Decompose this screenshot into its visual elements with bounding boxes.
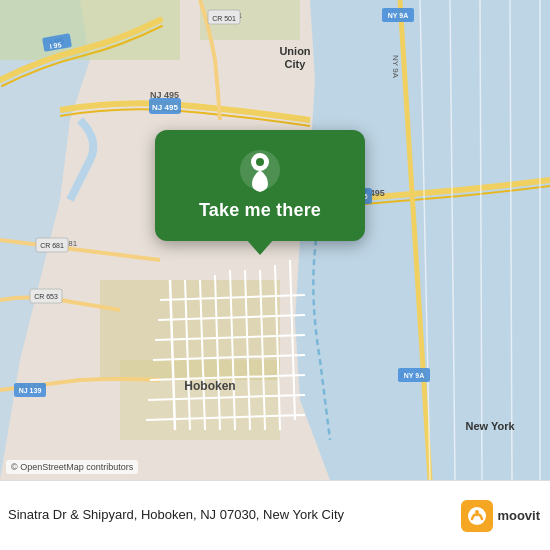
address-block: Sinatra Dr & Shipyard, Hoboken, NJ 07030… xyxy=(8,506,453,524)
moovit-text-label: moovit xyxy=(497,508,540,523)
address-line: Sinatra Dr & Shipyard, Hoboken, NJ 07030… xyxy=(8,506,453,524)
svg-text:CR 653: CR 653 xyxy=(34,293,58,300)
map-container: I 95 NJ 495 CR 501 CR 681 CR 653 NJ 139 … xyxy=(0,0,550,480)
osm-credit-map: © OpenStreetMap contributors xyxy=(6,460,138,474)
svg-text:CR 501: CR 501 xyxy=(212,15,236,22)
svg-text:NY 9A: NY 9A xyxy=(404,372,425,379)
svg-text:NJ 139: NJ 139 xyxy=(19,387,42,394)
svg-text:NJ 495: NJ 495 xyxy=(152,103,178,112)
take-me-there-button[interactable]: Take me there xyxy=(199,200,321,221)
svg-text:NY 9A: NY 9A xyxy=(388,12,409,19)
svg-text:CR 681: CR 681 xyxy=(40,242,64,249)
callout-popup: Take me there xyxy=(155,130,365,241)
svg-text:NY 9A: NY 9A xyxy=(391,55,400,79)
svg-text:New York: New York xyxy=(465,420,515,432)
svg-point-61 xyxy=(256,158,264,166)
svg-text:Union: Union xyxy=(279,45,310,57)
svg-text:Hoboken: Hoboken xyxy=(184,379,235,393)
moovit-svg-icon xyxy=(466,505,488,527)
moovit-logo: moovit xyxy=(461,500,540,532)
bottom-bar: Sinatra Dr & Shipyard, Hoboken, NJ 07030… xyxy=(0,480,550,550)
svg-rect-6 xyxy=(120,360,280,440)
svg-point-63 xyxy=(475,510,479,514)
svg-text:City: City xyxy=(285,58,307,70)
location-pin-icon xyxy=(238,148,282,192)
moovit-icon xyxy=(461,500,493,532)
